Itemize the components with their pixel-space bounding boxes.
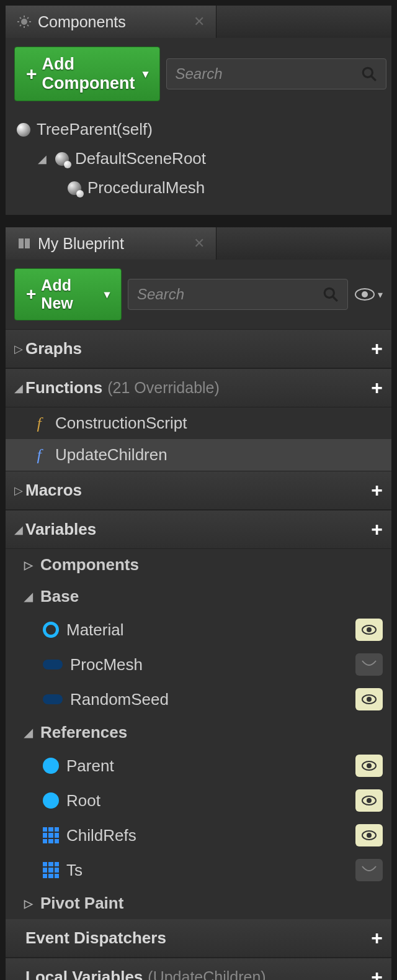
svg-line-4 xyxy=(332,296,337,301)
svg-point-3 xyxy=(324,288,334,297)
var-label: RandomSeed xyxy=(70,690,169,709)
svg-line-2 xyxy=(371,76,376,81)
add-new-label: Add New xyxy=(41,276,97,312)
visibility-toggle[interactable] xyxy=(355,789,383,812)
tree-root-item[interactable]: TreeParent(self) xyxy=(6,115,391,144)
blueprint-search[interactable] xyxy=(128,279,348,310)
expand-icon[interactable]: ▷ xyxy=(24,897,35,910)
function-icon: f xyxy=(30,446,48,465)
expand-icon[interactable]: ▷ xyxy=(14,342,25,356)
visibility-toggle[interactable] xyxy=(355,824,383,846)
visibility-toggle[interactable] xyxy=(355,653,383,676)
close-icon[interactable]: ✕ xyxy=(194,235,205,252)
graphs-header[interactable]: ▷ Graphs + xyxy=(6,329,391,368)
search-icon xyxy=(361,66,377,82)
add-new-button[interactable]: + Add New ▾ xyxy=(14,268,122,320)
var-parent[interactable]: Parent xyxy=(6,748,391,783)
visibility-toggle[interactable] xyxy=(355,619,383,641)
var-randomseed[interactable]: RandomSeed xyxy=(6,682,391,717)
expand-icon[interactable]: ◢ xyxy=(38,152,49,166)
object-var-icon xyxy=(43,622,59,638)
tree-scene-root-label: DefaultSceneRoot xyxy=(75,149,206,168)
collapse-icon[interactable]: ◢ xyxy=(24,726,35,740)
functions-header[interactable]: ◢ Functions (21 Overridable) + xyxy=(6,368,391,407)
add-dispatcher-button[interactable]: + xyxy=(371,927,383,950)
view-options-button[interactable]: ▾ xyxy=(354,288,383,301)
svg-point-8 xyxy=(367,627,372,632)
chevron-down-icon: ▾ xyxy=(143,67,148,81)
category-components[interactable]: ▷ Components xyxy=(6,549,391,581)
function-construction[interactable]: f ConstructionScript xyxy=(6,407,391,439)
add-macro-button[interactable]: + xyxy=(371,479,383,502)
dispatchers-header[interactable]: ▷ Event Dispatchers + xyxy=(6,919,391,958)
add-local-button[interactable]: + xyxy=(371,966,383,980)
category-label: References xyxy=(40,723,127,742)
object-var-icon xyxy=(43,792,59,809)
add-variable-button[interactable]: + xyxy=(371,518,383,541)
search-input[interactable] xyxy=(176,65,361,83)
tree-procmesh-label: ProceduralMesh xyxy=(87,178,205,197)
scene-component-icon xyxy=(68,181,81,195)
plus-icon: + xyxy=(26,63,37,84)
array-var-icon xyxy=(43,827,59,843)
var-procmesh[interactable]: ProcMesh xyxy=(6,647,391,682)
macros-label: Macros xyxy=(25,481,82,500)
add-function-button[interactable]: + xyxy=(371,376,383,399)
eye-icon xyxy=(354,288,375,301)
components-tab-label: Components xyxy=(38,13,126,31)
function-updatechildren[interactable]: f UpdateChildren xyxy=(6,439,391,471)
visibility-toggle[interactable] xyxy=(355,755,383,777)
chevron-down-icon: ▾ xyxy=(104,288,110,301)
search-icon xyxy=(323,286,339,302)
collapse-icon[interactable]: ◢ xyxy=(14,381,25,395)
svg-point-12 xyxy=(367,763,372,768)
chevron-down-icon: ▾ xyxy=(378,289,383,301)
collapse-icon[interactable]: ◢ xyxy=(14,523,25,537)
svg-point-6 xyxy=(362,291,368,297)
locals-sub: (UpdateChildren) xyxy=(148,968,265,980)
visibility-toggle[interactable] xyxy=(355,688,383,710)
blueprint-toolbar: + Add New ▾ ▾ xyxy=(6,260,391,329)
close-icon[interactable]: ✕ xyxy=(194,14,205,30)
components-search[interactable] xyxy=(166,58,386,89)
tree-procmesh-item[interactable]: ProceduralMesh xyxy=(6,173,391,202)
blueprint-tab-bar: My Blueprint ✕ xyxy=(6,227,391,260)
int-var-icon xyxy=(43,694,63,704)
category-label: Base xyxy=(40,587,79,606)
functions-sub: (21 Overridable) xyxy=(107,379,220,397)
blueprint-tab[interactable]: My Blueprint ✕ xyxy=(6,227,216,260)
category-references[interactable]: ◢ References xyxy=(6,717,391,748)
locals-header[interactable]: ▷ Local Variables (UpdateChildren) + xyxy=(6,958,391,980)
macros-header[interactable]: ▷ Macros + xyxy=(6,471,391,510)
add-component-button[interactable]: + Add Component ▾ xyxy=(14,47,160,101)
add-graph-button[interactable]: + xyxy=(371,337,383,360)
var-childrefs[interactable]: ChildRefs xyxy=(6,818,391,853)
tree-scene-root-item[interactable]: ◢ DefaultSceneRoot xyxy=(6,144,391,173)
category-pivot[interactable]: ▷ Pivot Paint xyxy=(6,887,391,919)
var-material[interactable]: Material xyxy=(6,612,391,647)
array-var-icon xyxy=(43,862,59,878)
add-component-label: Add Component xyxy=(42,55,135,93)
blueprint-tab-label: My Blueprint xyxy=(38,235,124,253)
function-icon: f xyxy=(30,414,48,433)
components-tree: TreeParent(self) ◢ DefaultSceneRoot Proc… xyxy=(6,110,391,215)
category-base[interactable]: ◢ Base xyxy=(6,581,391,612)
components-tab-bar: Components ✕ xyxy=(6,6,391,38)
var-label: Root xyxy=(66,791,100,810)
var-label: Ts xyxy=(66,861,83,880)
visibility-toggle[interactable] xyxy=(355,859,383,881)
svg-point-10 xyxy=(367,697,372,702)
var-label: Material xyxy=(66,620,123,640)
variables-header[interactable]: ◢ Variables + xyxy=(6,510,391,549)
search-input[interactable] xyxy=(137,286,323,303)
var-root[interactable]: Root xyxy=(6,783,391,818)
expand-icon[interactable]: ▷ xyxy=(14,484,25,497)
expand-icon[interactable]: ▷ xyxy=(24,558,35,572)
svg-point-0 xyxy=(21,19,27,25)
var-ts[interactable]: Ts xyxy=(6,853,391,887)
collapse-icon[interactable]: ◢ xyxy=(24,590,35,604)
category-label: Pivot Paint xyxy=(40,894,123,913)
svg-point-14 xyxy=(367,798,372,803)
actor-icon xyxy=(17,123,30,137)
components-tab[interactable]: Components ✕ xyxy=(6,6,216,38)
